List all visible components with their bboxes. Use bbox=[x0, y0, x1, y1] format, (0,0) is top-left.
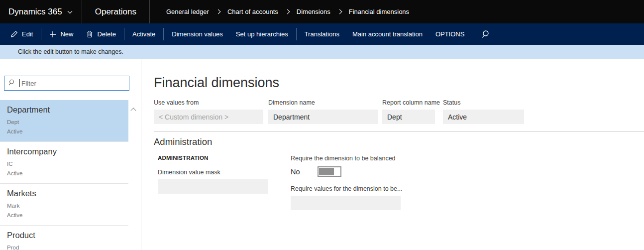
administration-group-header: ADMINISTRATION bbox=[158, 155, 271, 161]
trash-icon bbox=[86, 30, 93, 38]
administration-left-column: ADMINISTRATION Dimension value mask bbox=[158, 155, 271, 210]
edit-label: Edit bbox=[22, 30, 33, 38]
dimension-code: IC bbox=[7, 159, 121, 169]
translations-button[interactable]: Translations bbox=[298, 23, 346, 45]
dimension-list: Department Dept Active Intercompany IC A… bbox=[0, 100, 141, 250]
options-menu[interactable]: OPTIONS bbox=[429, 23, 471, 45]
filter-box bbox=[4, 76, 129, 91]
breadcrumb-financial-dimensions[interactable]: Financial dimensions bbox=[349, 8, 409, 15]
field-label: Use values from bbox=[154, 99, 263, 106]
text-caret bbox=[19, 79, 20, 87]
header-fields: Use values from < Custom dimension > Dim… bbox=[154, 99, 644, 124]
require-values-input[interactable] bbox=[291, 196, 401, 210]
use-values-from-input[interactable]: < Custom dimension > bbox=[154, 110, 263, 124]
require-values-label: Require values for the dimension to be..… bbox=[291, 185, 402, 192]
search-icon[interactable] bbox=[476, 23, 497, 45]
activate-button[interactable]: Activate bbox=[126, 23, 162, 45]
edit-button[interactable]: Edit bbox=[4, 23, 39, 45]
breadcrumb-chevron-icon bbox=[285, 9, 290, 14]
report-column-name-input[interactable]: Dept bbox=[382, 110, 435, 124]
toolbar-separator bbox=[124, 28, 124, 40]
action-toolbar: Edit New Delete Activate Dimension value… bbox=[0, 23, 644, 45]
notification-bar: Click the edit button to make changes. bbox=[0, 45, 644, 59]
field-label: Status bbox=[443, 99, 524, 106]
require-balanced-row: No bbox=[291, 166, 402, 177]
field-label: Dimension name bbox=[268, 99, 378, 106]
dimension-status: Active bbox=[7, 169, 121, 178]
dimension-list-panel: Department Dept Active Intercompany IC A… bbox=[0, 59, 141, 250]
field-use-values-from: Use values from < Custom dimension > bbox=[154, 99, 263, 124]
dimension-code: Mark bbox=[7, 201, 121, 211]
dimension-list-item[interactable]: Department Dept Active bbox=[0, 100, 128, 141]
app-window: Dynamics 365 Operations General ledger C… bbox=[0, 0, 644, 250]
dimension-code: Prod bbox=[7, 243, 121, 250]
breadcrumb: General ledger Chart of accounts Dimensi… bbox=[166, 0, 409, 23]
notification-message: Click the edit button to make changes. bbox=[18, 48, 123, 55]
dimension-value-mask-input[interactable] bbox=[158, 179, 268, 194]
dynamics-365-menu[interactable]: Dynamics 365 bbox=[0, 0, 82, 23]
top-navigation-bar: Dynamics 365 Operations General ledger C… bbox=[0, 0, 644, 23]
administration-section-body: ADMINISTRATION Dimension value mask Requ… bbox=[154, 155, 644, 210]
toolbar-separator bbox=[41, 28, 41, 40]
dimension-value-mask-label: Dimension value mask bbox=[158, 169, 271, 176]
delete-button[interactable]: Delete bbox=[80, 23, 122, 45]
require-balanced-value: No bbox=[291, 168, 318, 176]
set-up-hierarchies-button[interactable]: Set up hierarchies bbox=[229, 23, 295, 45]
dimension-list-item[interactable]: Intercompany IC Active bbox=[0, 141, 128, 183]
dimension-title: Intercompany bbox=[7, 146, 121, 157]
administration-section-title[interactable]: Administration bbox=[154, 136, 644, 147]
filter-input[interactable] bbox=[21, 80, 125, 87]
scrollbar-chevron-up-icon[interactable] bbox=[129, 106, 137, 113]
dimension-title: Product bbox=[7, 230, 121, 241]
dimension-status: Active bbox=[7, 127, 121, 136]
toggle-handle bbox=[319, 168, 334, 175]
new-button[interactable]: New bbox=[43, 23, 80, 45]
breadcrumb-general-ledger[interactable]: General ledger bbox=[166, 8, 209, 15]
toolbar-separator bbox=[163, 28, 164, 40]
pencil-icon bbox=[10, 30, 18, 38]
field-dimension-name: Dimension name Department bbox=[268, 99, 378, 124]
content-area: Department Dept Active Intercompany IC A… bbox=[0, 59, 644, 250]
require-balanced-toggle[interactable] bbox=[318, 166, 341, 177]
dimension-title: Markets bbox=[7, 188, 121, 199]
dimension-list-item[interactable]: Product Prod Active bbox=[0, 225, 128, 250]
breadcrumb-chart-of-accounts[interactable]: Chart of accounts bbox=[227, 8, 278, 15]
plus-icon bbox=[49, 31, 56, 38]
page-title: Financial dimensions bbox=[154, 75, 644, 91]
require-balanced-label: Require the dimension to be balanced bbox=[291, 155, 402, 162]
breadcrumb-chevron-icon bbox=[337, 9, 342, 14]
main-form-panel: Financial dimensions Use values from < C… bbox=[141, 59, 644, 250]
field-status: Status Active bbox=[443, 99, 524, 124]
brand-label: Dynamics 365 bbox=[8, 7, 62, 17]
administration-right-column: Require the dimension to be balanced No … bbox=[291, 155, 402, 210]
dimension-code: Dept bbox=[7, 118, 121, 127]
dimension-values-button[interactable]: Dimension values bbox=[165, 23, 229, 45]
delete-label: Delete bbox=[97, 30, 116, 38]
breadcrumb-chevron-icon bbox=[215, 9, 220, 14]
topbar-divider bbox=[149, 0, 150, 23]
dimension-name-input[interactable]: Department bbox=[268, 110, 378, 124]
status-input[interactable]: Active bbox=[443, 110, 524, 124]
product-name[interactable]: Operations bbox=[82, 0, 149, 23]
breadcrumb-dimensions[interactable]: Dimensions bbox=[297, 8, 330, 15]
new-label: New bbox=[60, 30, 73, 38]
section-divider bbox=[154, 131, 644, 132]
filter-search-icon bbox=[8, 79, 16, 88]
field-report-column-name: Report column name Dept bbox=[382, 99, 435, 124]
toolbar-separator bbox=[296, 28, 297, 40]
main-account-translation-button[interactable]: Main account translation bbox=[346, 23, 429, 45]
field-label: Report column name bbox=[382, 99, 435, 106]
dimension-title: Department bbox=[7, 105, 121, 115]
dimension-list-item[interactable]: Markets Mark Active bbox=[0, 183, 128, 225]
chevron-down-icon bbox=[67, 8, 72, 13]
dimension-status: Active bbox=[7, 211, 121, 220]
